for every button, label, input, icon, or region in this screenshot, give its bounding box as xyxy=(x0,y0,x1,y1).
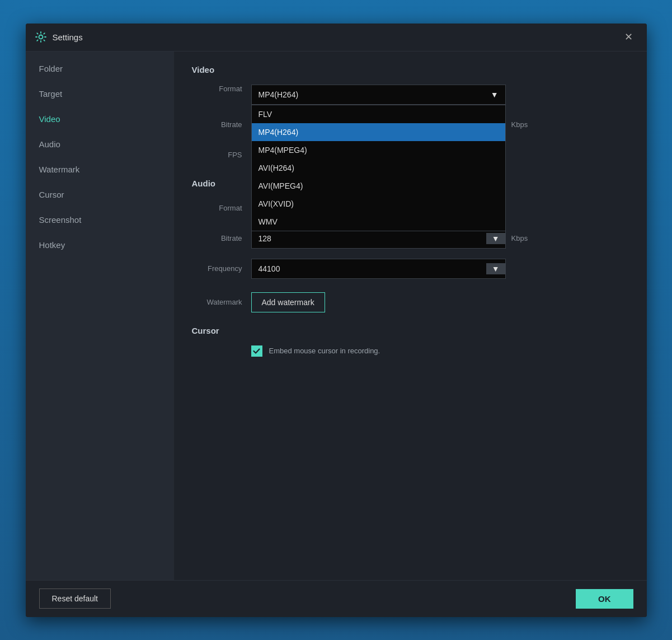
ok-button[interactable]: OK xyxy=(576,589,633,609)
fps-label: FPS xyxy=(192,151,242,159)
format-selected-display[interactable]: MP4(H264) ▼ xyxy=(251,85,506,105)
audio-bitrate-label: Bitrate xyxy=(192,234,242,242)
bitrate-label: Bitrate xyxy=(192,120,242,129)
watermark-row: Watermark Add watermark xyxy=(192,292,629,312)
add-watermark-button[interactable]: Add watermark xyxy=(251,292,325,312)
audio-bitrate-dropdown[interactable]: 128 ▼ xyxy=(251,228,506,249)
cursor-checkbox-row: Embed mouse cursor in recording. xyxy=(251,345,629,357)
format-option-mp4h264[interactable]: MP4(H264) xyxy=(252,123,505,141)
sidebar-item-watermark[interactable]: Watermark xyxy=(26,157,174,182)
embed-cursor-checkbox[interactable] xyxy=(251,345,262,357)
sidebar: Folder Target Video Audio Watermark Curs… xyxy=(26,52,174,580)
format-row: Format MP4(H264) ▼ FLV MP4(H264) MP4(MPE… xyxy=(192,85,629,105)
cursor-section-title: Cursor xyxy=(192,326,629,335)
sidebar-item-folder[interactable]: Folder xyxy=(26,56,174,81)
settings-window: Settings ✕ Folder Target Video Audio Wat… xyxy=(26,24,647,617)
video-section-title: Video xyxy=(192,65,629,74)
audio-bitrate-arrow-icon: ▼ xyxy=(486,233,505,244)
audio-bitrate-row: Bitrate 128 ▼ Kbps xyxy=(192,228,629,249)
format-dropdown[interactable]: MP4(H264) ▼ FLV MP4(H264) MP4(MPEG4) AVI… xyxy=(251,85,506,105)
watermark-label: Watermark xyxy=(192,298,242,306)
svg-point-0 xyxy=(39,35,43,39)
close-button[interactable]: ✕ xyxy=(620,28,638,46)
content-area: Video Format MP4(H264) ▼ FLV MP4(H264) M… xyxy=(174,52,647,580)
embed-cursor-label: Embed mouse cursor in recording. xyxy=(269,347,380,355)
sidebar-item-video[interactable]: Video xyxy=(26,106,174,132)
audio-bitrate-dropdown-wrapper: 128 ▼ xyxy=(251,228,506,249)
format-options-list: FLV MP4(H264) MP4(MPEG4) AVI(H264) AVI(M… xyxy=(251,105,506,231)
cursor-section: Cursor Embed mouse cursor in recording. xyxy=(192,326,629,357)
sidebar-item-audio[interactable]: Audio xyxy=(26,132,174,157)
format-option-mp4mpeg4[interactable]: MP4(MPEG4) xyxy=(252,141,505,159)
window-title: Settings xyxy=(53,32,620,42)
frequency-value: 44100 xyxy=(259,264,280,273)
audio-bitrate-unit: Kbps xyxy=(511,234,528,242)
format-option-avixvid[interactable]: AVI(XVID) xyxy=(252,195,505,213)
format-option-wmv[interactable]: WMV xyxy=(252,213,505,231)
format-label: Format xyxy=(192,85,242,93)
format-option-avih264[interactable]: AVI(H264) xyxy=(252,159,505,177)
reset-default-button[interactable]: Reset default xyxy=(39,588,111,609)
format-arrow-icon: ▼ xyxy=(491,90,499,99)
frequency-label: Frequency xyxy=(192,264,242,273)
frequency-arrow-icon: ▼ xyxy=(486,263,505,274)
title-bar: Settings ✕ xyxy=(26,24,647,52)
format-option-avimpeg4[interactable]: AVI(MPEG4) xyxy=(252,177,505,195)
bitrate-unit: Kbps xyxy=(511,120,528,129)
frequency-row: Frequency 44100 ▼ xyxy=(192,259,629,279)
format-option-flv[interactable]: FLV xyxy=(252,105,505,123)
frequency-dropdown-wrapper: 44100 ▼ xyxy=(251,259,506,279)
sidebar-item-hotkey[interactable]: Hotkey xyxy=(26,232,174,258)
embed-cursor-row: Embed mouse cursor in recording. xyxy=(251,345,629,357)
sidebar-item-cursor[interactable]: Cursor xyxy=(26,182,174,207)
format-selected-value: MP4(H264) xyxy=(259,90,299,99)
audio-format-label: Format xyxy=(192,204,242,212)
settings-icon xyxy=(35,31,47,43)
main-content: Folder Target Video Audio Watermark Curs… xyxy=(26,52,647,580)
sidebar-item-screenshot[interactable]: Screenshot xyxy=(26,207,174,232)
audio-bitrate-value: 128 xyxy=(259,234,271,243)
bottom-bar: Reset default OK xyxy=(26,580,647,617)
sidebar-item-target[interactable]: Target xyxy=(26,81,174,106)
frequency-dropdown[interactable]: 44100 ▼ xyxy=(251,259,506,279)
